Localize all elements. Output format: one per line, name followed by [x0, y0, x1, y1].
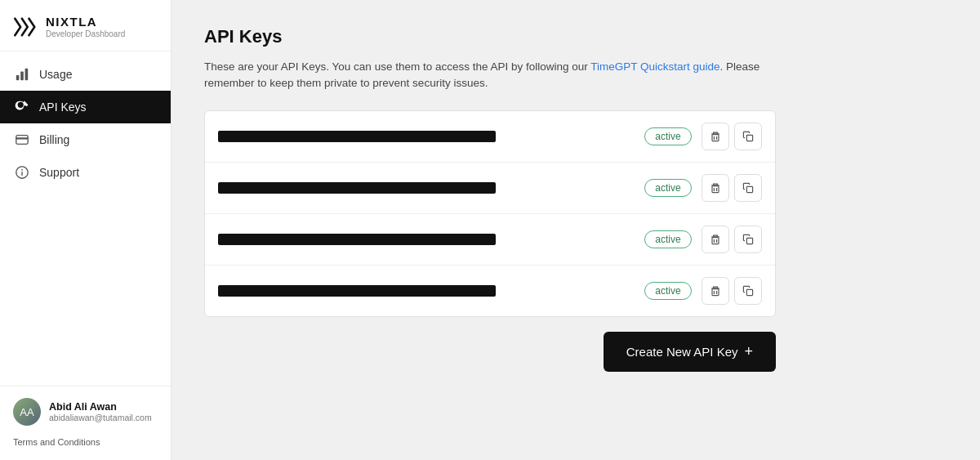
key-icon [15, 100, 29, 114]
terms-link[interactable]: Terms and Conditions [13, 437, 100, 447]
key-redacted [218, 131, 496, 142]
timegpt-quickstart-link[interactable]: TimeGPT Quickstart guide [590, 60, 719, 73]
status-badge: active [644, 127, 692, 145]
svg-rect-11 [746, 135, 752, 141]
svg-rect-1 [20, 71, 24, 80]
svg-rect-15 [746, 186, 752, 192]
svg-point-6 [21, 169, 23, 171]
key-redacted [218, 234, 496, 245]
table-row: active [205, 111, 775, 163]
delete-key-button[interactable] [702, 226, 729, 253]
page-title: API Keys [204, 26, 947, 47]
page-description: These are your API Keys. You can use the… [204, 59, 776, 92]
svg-rect-19 [746, 238, 752, 243]
key-redacted [218, 182, 496, 194]
description-text-before-link: These are your API Keys. You can use the… [204, 60, 590, 73]
table-row: active [205, 266, 775, 316]
svg-rect-4 [16, 137, 28, 139]
app-name: NIXTLA [46, 15, 125, 29]
avatar: AA [13, 398, 41, 426]
sidebar-item-api-keys-label: API Keys [39, 100, 87, 114]
key-value [218, 182, 635, 194]
app-subtitle: Developer Dashboard [46, 29, 125, 39]
sidebar: NIXTLA Developer Dashboard Usage API Key… [0, 0, 172, 460]
user-email: abidaliawan@tutamail.com [49, 413, 152, 422]
table-row: active [205, 214, 775, 266]
key-value [218, 285, 635, 297]
create-button-wrapper: Create New API Key + [204, 332, 776, 372]
user-info: AA Abid Ali Awan abidaliawan@tutamail.co… [13, 398, 158, 426]
svg-rect-0 [16, 75, 20, 80]
main-content: API Keys These are your API Keys. You ca… [172, 0, 980, 460]
svg-rect-2 [25, 69, 29, 80]
svg-rect-23 [746, 289, 752, 295]
sidebar-item-support[interactable]: Support [0, 156, 171, 189]
key-actions [702, 123, 762, 150]
copy-key-button[interactable] [734, 123, 762, 150]
table-row: active [205, 163, 775, 214]
svg-rect-3 [16, 136, 28, 145]
svg-rect-20 [712, 288, 719, 295]
plus-icon: + [744, 343, 753, 360]
create-api-key-button[interactable]: Create New API Key + [604, 332, 776, 372]
create-api-key-label: Create New API Key [626, 345, 738, 359]
svg-rect-16 [712, 237, 719, 243]
logo-mark: NIXTLA Developer Dashboard [13, 15, 158, 39]
copy-key-button[interactable] [734, 277, 762, 305]
credit-card-icon [15, 132, 29, 147]
sidebar-item-usage-label: Usage [39, 68, 72, 81]
status-badge: active [644, 282, 692, 300]
svg-rect-8 [712, 134, 719, 141]
sidebar-footer: AA Abid Ali Awan abidaliawan@tutamail.co… [0, 386, 171, 460]
key-value [218, 131, 635, 142]
info-circle-icon [15, 165, 29, 180]
key-actions [702, 277, 762, 305]
svg-rect-12 [712, 185, 719, 192]
key-actions [702, 174, 762, 202]
sidebar-logo: NIXTLA Developer Dashboard [0, 0, 171, 51]
status-badge: active [644, 179, 692, 197]
key-redacted [218, 285, 496, 297]
delete-key-button[interactable] [702, 123, 729, 150]
copy-key-button[interactable] [734, 226, 762, 253]
sidebar-item-billing-label: Billing [39, 133, 69, 146]
sidebar-item-support-label: Support [39, 166, 79, 179]
svg-rect-7 [21, 172, 22, 176]
status-badge: active [644, 230, 692, 248]
api-keys-list: active active [204, 110, 776, 317]
nixtla-logo-icon [13, 17, 39, 37]
key-value [218, 234, 635, 245]
sidebar-item-usage[interactable]: Usage [0, 58, 171, 91]
delete-key-button[interactable] [702, 277, 729, 305]
key-actions [702, 226, 762, 253]
sidebar-nav: Usage API Keys Billing Support [0, 51, 171, 386]
copy-key-button[interactable] [734, 174, 762, 202]
delete-key-button[interactable] [702, 174, 729, 202]
user-details: Abid Ali Awan abidaliawan@tutamail.com [49, 401, 152, 422]
sidebar-item-api-keys[interactable]: API Keys [0, 91, 171, 123]
sidebar-item-billing[interactable]: Billing [0, 123, 171, 156]
bar-chart-icon [15, 67, 29, 82]
user-name: Abid Ali Awan [49, 401, 152, 413]
